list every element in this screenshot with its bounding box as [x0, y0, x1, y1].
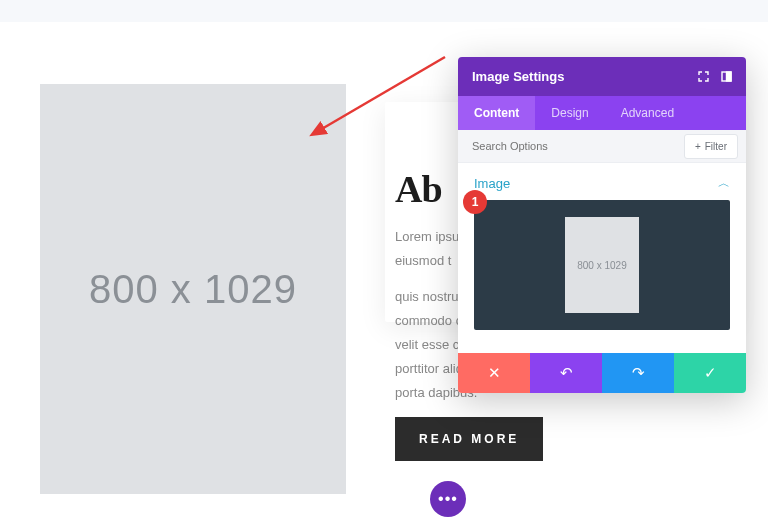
svg-rect-2: [727, 72, 732, 81]
tab-advanced[interactable]: Advanced: [605, 96, 690, 130]
panel-header[interactable]: Image Settings: [458, 57, 746, 96]
action-bar: ✕ ↶ ↷ ✓: [458, 353, 746, 393]
chevron-up-icon: ︿: [718, 175, 730, 192]
snap-icon[interactable]: [721, 71, 732, 82]
top-strip: [0, 0, 768, 22]
tab-content[interactable]: Content: [458, 96, 535, 130]
section-image-title: Image: [474, 176, 510, 191]
image-preview-row: 1 800 x 1029: [458, 200, 746, 346]
save-button[interactable]: ✓: [674, 353, 746, 393]
image-preview-thumb: 800 x 1029: [565, 217, 639, 313]
tab-design[interactable]: Design: [535, 96, 604, 130]
discard-button[interactable]: ✕: [458, 353, 530, 393]
step-badge: 1: [463, 190, 487, 214]
module-fab-button[interactable]: •••: [430, 481, 466, 517]
panel-title: Image Settings: [472, 69, 564, 84]
redo-button[interactable]: ↷: [602, 353, 674, 393]
redo-icon: ↷: [632, 364, 645, 382]
tabs: Content Design Advanced: [458, 96, 746, 130]
image-preview[interactable]: 800 x 1029: [474, 200, 730, 330]
search-input[interactable]: [458, 130, 684, 162]
filter-label: Filter: [705, 141, 727, 152]
close-icon: ✕: [488, 364, 501, 382]
undo-icon: ↶: [560, 364, 573, 382]
section-image-header[interactable]: Image ︿: [458, 163, 746, 200]
undo-button[interactable]: ↶: [530, 353, 602, 393]
search-row: +Filter: [458, 130, 746, 163]
plus-icon: +: [695, 141, 701, 152]
filter-button[interactable]: +Filter: [684, 134, 738, 159]
placeholder-label: 800 x 1029: [89, 267, 297, 312]
expand-icon[interactable]: [698, 71, 709, 82]
settings-panel: Image Settings Content Design Advanced +…: [458, 57, 746, 393]
image-placeholder-large[interactable]: 800 x 1029: [40, 84, 346, 494]
read-more-button[interactable]: READ MORE: [395, 417, 543, 461]
more-icon: •••: [438, 491, 458, 507]
page-canvas: 800 x 1029 Ab Lorem ipsum dolor sit amet…: [0, 22, 768, 527]
preview-label: 800 x 1029: [577, 259, 627, 272]
check-icon: ✓: [704, 364, 717, 382]
